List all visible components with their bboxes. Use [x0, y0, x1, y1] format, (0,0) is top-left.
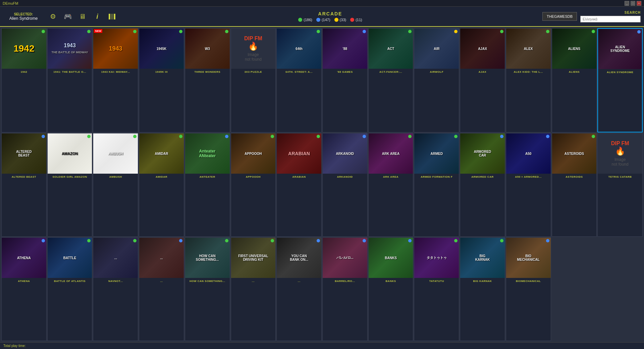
game-card-battleatlantis[interactable]: BATTLEBATTLE OF ATLANTIS: [47, 237, 93, 341]
game-card-row4e[interactable]: YOU CAN BANK ON......: [276, 237, 322, 341]
game-thumb-appoooh: APPOOOH: [231, 133, 276, 174]
game-art-text-row4d: FIRST UNIVERSAL DRIVING KIT: [237, 253, 269, 263]
game-thumb-row4b: ...: [139, 238, 184, 278]
red-dot: [350, 18, 354, 22]
game-card-alexkidd[interactable]: ALEXALEX KIDD: THE L...: [506, 28, 551, 132]
game-card-alteredbeast[interactable]: ALTERED BEASTALTERED BEAST: [1, 133, 47, 237]
game-card-row4g[interactable]: BANKSBANKS: [368, 237, 414, 341]
filter-green[interactable]: (186): [298, 18, 312, 22]
game-card-1943[interactable]: 1943THE BATTLE OF MIDWAY1941: THE BATTLE…: [47, 28, 93, 132]
game-card-aliensyndrome[interactable]: ALIEN SYNDROMEALIEN SYNDROME: [597, 28, 643, 132]
close-button[interactable]: ×: [637, 1, 641, 6]
game-art-text-anteater: AnteaterANteater: [198, 148, 217, 160]
cabinet-icon[interactable]: ▐║▌: [106, 10, 118, 22]
game-card-arabian[interactable]: ARABIANARABIAN: [276, 133, 322, 237]
search-label: SEARCH: [580, 11, 641, 14]
settings-icon[interactable]: ⚙: [47, 10, 59, 22]
filter-red[interactable]: (11): [350, 18, 362, 22]
game-card-a50[interactable]: A50A50 = ARMORED...: [506, 133, 551, 237]
game-card-anteater[interactable]: AnteaterANteaterANTEATER: [185, 133, 230, 237]
game-card-appoooh[interactable]: APPOOOHAPPOOOH: [231, 133, 276, 237]
app-title: DEmuFM: [3, 1, 18, 5]
maximize-button[interactable]: □: [631, 1, 635, 6]
game-card-row4b[interactable]: ......: [139, 237, 184, 341]
game-card-row4f[interactable]: バレル/ロ...BARREL/RO...: [322, 237, 368, 341]
game-card-row4h[interactable]: タタトゥトゥTATATUTU: [414, 237, 459, 341]
game-art-text-a50: A50: [524, 151, 533, 157]
game-title-armedformation: ARMED FORMATION F: [420, 174, 453, 180]
game-art-text-ajax: AJAX: [477, 46, 488, 52]
game-title-1942: 1942: [20, 69, 28, 75]
game-card-1942[interactable]: 19421942: [1, 28, 47, 132]
game-card-aliens[interactable]: ALIENSALIENS: [552, 28, 597, 132]
game-card-64street[interactable]: 64th64TH. STREET: A...: [276, 28, 322, 132]
info-icon[interactable]: i: [91, 10, 103, 22]
game-card-tetris[interactable]: DIP FM 🔥 Imagenot found TETRIS CATARB: [597, 133, 643, 237]
game-card-3x3[interactable]: DIP FM 🔥 Imagenot found 3X3 PUZZLE: [231, 28, 276, 132]
game-title-asteroids: ASTEROIDS: [565, 174, 583, 180]
status-dot-row4a: [133, 239, 137, 242]
game-thumb-3x3: DIP FM 🔥 Imagenot found: [231, 28, 276, 69]
game-thumb-arkanoid: ARKANOID: [323, 133, 367, 174]
status-dot-64street: [317, 30, 320, 33]
game-card-athena[interactable]: ATHENAATHENA: [1, 237, 47, 341]
game-card-arkanoid[interactable]: ARKANOIDARKANOID: [322, 133, 368, 237]
game-card-amidar[interactable]: AMIDARAMIDAR: [139, 133, 184, 237]
game-art-text-row4e: YOU CAN BANK ON...: [288, 253, 310, 263]
game-thumb-3wonders: W3: [185, 28, 230, 69]
game-card-amazon[interactable]: AMAZONSOLDIER GIRL AMAZON: [47, 133, 93, 237]
gamepad-icon[interactable]: 🎮: [62, 10, 74, 22]
status-dot-88games: [363, 30, 366, 33]
filter-yellow[interactable]: (33): [334, 18, 346, 22]
gamesdb-button[interactable]: THEGAMESDB: [542, 12, 577, 21]
game-card-airwolf[interactable]: AIRAIRWOLF: [414, 28, 459, 132]
arcade-title: ARCADE: [318, 11, 342, 16]
game-thumb-anteater: AnteaterANteater: [185, 133, 230, 174]
filter-red-count: (11): [356, 18, 362, 22]
selected-label: SELECTED:: [3, 12, 44, 16]
status-dot-alteredbeast: [42, 135, 45, 138]
game-card-armoredcar[interactable]: ARMORED CARARMORED CAR: [460, 133, 505, 237]
minimize-button[interactable]: _: [625, 1, 629, 6]
game-art-text-row4h: タタトゥトゥ: [425, 254, 448, 261]
game-art-text-battleatlantis: BATTLE: [62, 255, 78, 261]
game-art-text-amidar: AMIDAR: [153, 151, 169, 157]
game-title-armoredcar: ARMORED CAR: [471, 174, 494, 180]
selected-section: SELECTED: Alien Syndrome: [3, 12, 44, 21]
dipfm-label: DIP FM: [244, 36, 262, 42]
game-card-asteroids[interactable]: ASTEROIDSASTEROIDS: [552, 133, 597, 237]
game-card-ambush[interactable]: AMBUSHAMBUSH: [93, 133, 138, 237]
game-card-row4j[interactable]: BIO MECHANICALBIOMECHANICAL: [506, 237, 551, 341]
game-card-arkarea[interactable]: ARK AREAARK AREA: [368, 133, 414, 237]
green-dot: [298, 18, 302, 22]
filter-green-count: (186): [304, 18, 312, 22]
game-title-aliens: ALIENS: [568, 69, 580, 75]
status-dot-row4e: [317, 239, 320, 242]
total-playtime-label: Total play time:: [3, 344, 26, 348]
game-card-ajax[interactable]: AJAXAJAX: [460, 28, 505, 132]
game-art-text-alexkidd: ALEX: [523, 46, 534, 52]
game-card-actfancer[interactable]: ACTACT-FANCER:...: [368, 28, 414, 132]
game-card-3wonders[interactable]: W3THREE WONDERS: [185, 28, 230, 132]
game-card-row4i[interactable]: BIG KARNAKBIG KARNAK: [460, 237, 505, 341]
game-title-row4i: BIG KARNAK: [472, 278, 492, 285]
status-dot-arabian: [317, 135, 320, 138]
game-card-1945k[interactable]: 1945K1945k III: [139, 28, 184, 132]
filter-blue[interactable]: (147): [316, 18, 330, 22]
game-card-armedformation[interactable]: ARMEDARMED FORMATION F: [414, 133, 459, 237]
game-title-arkanoid: ARKANOID: [336, 174, 354, 180]
game-card-row4c[interactable]: HOW CAN SOMETHING...HOW CAN SOMETHING...: [185, 237, 230, 341]
game-card-row4d[interactable]: FIRST UNIVERSAL DRIVING KIT...: [231, 237, 276, 341]
search-section: SEARCH: [580, 11, 641, 22]
game-thumb-row4h: タタトゥトゥ: [414, 238, 459, 278]
game-card-88games[interactable]: '88'88 GAMES: [322, 28, 368, 132]
game-title-row4d: ...: [251, 278, 255, 285]
game-card-row4a[interactable]: ...NAVNOT...: [93, 237, 138, 341]
game-card-1943kai[interactable]: 1943NEW1943 KAI: MIDWAY...: [93, 28, 138, 132]
game-art-text-ambush: AMBUSH: [107, 151, 124, 157]
display-icon[interactable]: 🖥: [76, 10, 89, 22]
game-thumb-1943: 1943THE BATTLE OF MIDWAY: [48, 28, 92, 69]
status-dot-row4i: [500, 239, 503, 242]
search-input[interactable]: [580, 16, 641, 22]
game-title-arkarea: ARK AREA: [382, 174, 399, 180]
